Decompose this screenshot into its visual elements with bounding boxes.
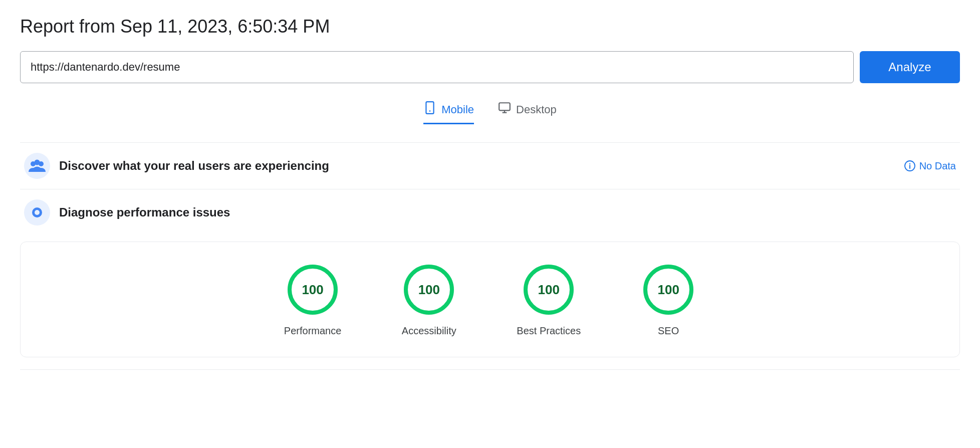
url-row: Analyze [20,51,960,83]
score-performance: 100 Performance [284,262,342,337]
info-icon [904,160,915,171]
no-data-label: No Data [919,160,956,172]
bottom-divider [20,369,960,370]
score-circle-performance: 100 [285,262,340,317]
score-label-seo: SEO [658,325,679,337]
svg-rect-0 [426,102,434,114]
score-accessibility: 100 Accessibility [401,262,456,337]
url-input[interactable] [20,51,854,83]
users-icon [24,153,50,179]
diagnose-title: Diagnose performance issues [59,205,230,219]
score-label-best-practices: Best Practices [517,325,581,337]
no-data-badge: No Data [904,160,956,172]
svg-point-8 [35,160,40,165]
score-best-practices: 100 Best Practices [517,262,581,337]
report-title: Report from Sep 11, 2023, 6:50:34 PM [20,16,960,37]
svg-point-11 [909,163,910,164]
tab-desktop-label: Desktop [516,103,557,116]
desktop-icon [498,101,511,118]
score-label-accessibility: Accessibility [402,325,456,337]
score-value-seo: 100 [657,282,679,298]
scores-card: 100 Performance 100 Accessibility 100 Be… [20,242,960,357]
mobile-icon [423,101,436,118]
score-circle-best-practices: 100 [521,262,576,317]
svg-point-5 [24,153,50,179]
tab-mobile[interactable]: Mobile [423,101,474,124]
svg-point-14 [35,210,40,215]
score-value-accessibility: 100 [418,282,440,298]
diagnose-section: Diagnose performance issues [20,189,960,236]
score-value-performance: 100 [302,282,323,298]
svg-rect-2 [499,103,510,110]
score-seo: 100 SEO [641,262,696,337]
tab-desktop[interactable]: Desktop [498,101,557,124]
score-circle-seo: 100 [641,262,696,317]
real-users-title: Discover what your real users are experi… [59,159,329,173]
score-circle-accessibility: 100 [401,262,456,317]
score-value-best-practices: 100 [538,282,560,298]
tab-mobile-label: Mobile [441,103,474,116]
tabs-row: Mobile Desktop [20,101,960,124]
real-users-section: Discover what your real users are experi… [20,142,960,189]
diagnose-icon [24,199,50,226]
analyze-button[interactable]: Analyze [860,51,960,83]
score-label-performance: Performance [284,325,342,337]
